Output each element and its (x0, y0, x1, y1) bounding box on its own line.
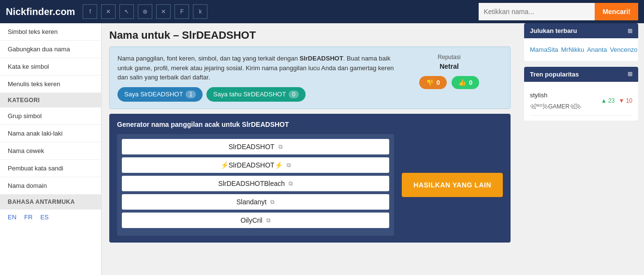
generated-name-3: SlrDEADSHOTBleach ⧉ (122, 176, 389, 191)
name-list-area: SlrDEADSHOT ⧉ ⚡SlrDEADSHOT⚡ ⧉ SlrDEADSHO… (117, 134, 394, 236)
latest-widget-header: Julukan terbaru ⊞ (524, 23, 638, 38)
vote-down-count: 0 (437, 79, 440, 86)
sidebar-lang-label: BAHASA ANTARMUKA (0, 195, 101, 209)
sidebar-item-kata[interactable]: Kata ke simbol (0, 58, 101, 76)
copy-icon-2[interactable]: ⧉ (287, 162, 291, 168)
tag-link[interactable]: MrNikku (561, 46, 585, 53)
sidebar-category-label: KATEGORI (0, 93, 101, 107)
lang-es[interactable]: ES (40, 214, 48, 221)
facebook-icon[interactable]: f (83, 4, 97, 19)
name-text-1: SlrDEADSHOT (229, 143, 275, 151)
sidebar-item-gabungkan[interactable]: Gabungkan dua nama (0, 41, 101, 58)
lang-en[interactable]: EN (8, 214, 16, 221)
fingerprint-icon[interactable]: ⊛ (138, 4, 152, 19)
vote-buttons: 👎 0 👍 0 (419, 76, 479, 89)
generated-name-1: SlrDEADSHOT ⧉ (122, 139, 389, 154)
info-text-part1: Nama panggilan, font keren, simbol, dan … (117, 55, 300, 62)
header: Nickfinder.com f ✕ ↖ ⊛ ✕ F k Mencari! (0, 0, 644, 23)
generated-name-4: Slandanyt ⧉ (122, 194, 389, 210)
latest-widget: Julukan terbaru ⊞ MamaSitaMrNikkuAnantaV… (524, 23, 638, 61)
sidebar-item-grup[interactable]: Grup simbol (0, 107, 101, 125)
x-icon[interactable]: ✕ (156, 4, 171, 19)
info-name: SlrDEADSHOT (300, 55, 343, 62)
cursor-icon[interactable]: ↖ (119, 4, 134, 19)
reputation-display: Reputasi Netral (438, 54, 460, 70)
vote-down-button[interactable]: 👎 0 (419, 76, 447, 89)
trend-widget-title: Tren popularitas (530, 71, 579, 78)
i-know-label: Saya tahu SlrDEADSHOT (213, 91, 286, 98)
trend-widget-icon: ⊞ (628, 71, 632, 77)
latest-widget-title: Julukan terbaru (530, 27, 577, 34)
generate-button[interactable]: HASILKAN YANG LAIN (402, 173, 503, 197)
generator-title: Generator nama panggilan acak untuk SlrD… (117, 121, 503, 128)
reputation-area: Reputasi Netral 👎 0 👍 0 (396, 54, 502, 89)
info-description: Nama panggilan, font keren, simbol, dan … (117, 54, 396, 102)
trend-item: stylish ꧁ᴵᴺᴰ꧂GAMER꧁꧂ ▲ 23 ▼ 10 (530, 87, 632, 116)
trend-widget-header: Tren popularitas ⊞ (524, 67, 638, 82)
trend-widget-body: stylish ꧁ᴵᴺᴰ꧂GAMER꧁꧂ ▲ 23 ▼ 10 (524, 82, 638, 121)
name-text-5: OilyCril (241, 216, 263, 224)
thumb-up-icon: 👍 (458, 79, 466, 86)
f-icon[interactable]: F (175, 4, 189, 19)
close-icon[interactable]: ✕ (101, 4, 116, 19)
trend-styled: ꧁ᴵᴺᴰ꧂GAMER꧁꧂ (530, 101, 581, 112)
sidebar-item-namaanak[interactable]: Nama anak laki-laki (0, 125, 101, 142)
sidebar-item-namacewek[interactable]: Nama cewek (0, 142, 101, 160)
name-text-3: SlrDEADSHOTBleach (218, 180, 285, 187)
count-down: ▼ 10 (618, 95, 632, 107)
copy-icon-4[interactable]: ⧉ (270, 199, 275, 205)
lang-fr[interactable]: FR (24, 214, 32, 221)
sidebar-item-menulis[interactable]: Menulis teks keren (0, 76, 101, 93)
i-am-count: 1 (186, 91, 196, 98)
i-am-label: Saya SlrDEADSHOT (124, 91, 183, 98)
thumb-down-icon: 👎 (426, 79, 434, 86)
name-text-2: ⚡SlrDEADSHOT⚡ (220, 161, 283, 169)
latest-widget-body: MamaSitaMrNikkuAnantaVencenzoGuild5Selfi… (524, 38, 638, 61)
reputation-label: Reputasi (438, 54, 460, 61)
i-know-count: 0 (289, 91, 299, 98)
latest-widget-icon: ⊞ (628, 28, 632, 34)
main-content: Nama untuk – SlrDEADSHOT Nama panggilan,… (102, 23, 518, 275)
tag-link[interactable]: MamaSita (530, 46, 558, 53)
reputation-value: Netral (439, 62, 459, 70)
copy-icon-5[interactable]: ⧉ (266, 217, 271, 224)
trend-widget: Tren popularitas ⊞ stylish ꧁ᴵᴺᴰ꧂GAMER꧁꧂ … (524, 67, 638, 121)
search-area: Mencari! (479, 3, 638, 20)
generated-name-2: ⚡SlrDEADSHOT⚡ ⧉ (122, 157, 389, 173)
trend-name: stylish (530, 90, 581, 102)
name-text-4: Slandanyt (236, 198, 266, 206)
search-button[interactable]: Mencari! (595, 3, 638, 20)
header-icons: f ✕ ↖ ⊛ ✕ F k (83, 4, 479, 19)
page-layout: Simbol teks keren Gabungkan dua nama Kat… (0, 23, 644, 275)
count-up: ▲ 23 (601, 95, 615, 107)
tag-link[interactable]: Vencenzo (610, 46, 637, 53)
language-switcher: EN FR ES (0, 209, 101, 225)
i-know-button[interactable]: Saya tahu SlrDEADSHOT 0 (206, 87, 306, 102)
generator-card: Generator nama panggilan acak untuk SlrD… (109, 114, 511, 243)
sidebar-item-domain[interactable]: Nama domain (0, 177, 101, 195)
sidebar-item-password[interactable]: Pembuat kata sandi (0, 160, 101, 177)
copy-icon-1[interactable]: ⧉ (278, 143, 283, 150)
generated-name-5: OilyCril ⧉ (122, 213, 389, 228)
trend-counts: ▲ 23 ▼ 10 (601, 95, 632, 107)
page-title: Nama untuk – SlrDEADSHOT (109, 29, 511, 42)
sidebar: Simbol teks keren Gabungkan dua nama Kat… (0, 23, 102, 275)
vote-up-button[interactable]: 👍 0 (452, 76, 479, 89)
k-icon[interactable]: k (193, 4, 207, 19)
search-input[interactable] (479, 3, 595, 20)
info-card: Nama panggilan, font keren, simbol, dan … (109, 46, 511, 109)
generator-layout: SlrDEADSHOT ⧉ ⚡SlrDEADSHOT⚡ ⧉ SlrDEADSHO… (117, 134, 503, 236)
right-sidebar: Julukan terbaru ⊞ MamaSitaMrNikkuAnantaV… (518, 23, 644, 275)
tag-link[interactable]: Ananta (587, 46, 607, 53)
vote-up-count: 0 (469, 79, 472, 86)
i-am-button[interactable]: Saya SlrDEADSHOT 1 (117, 87, 203, 102)
action-buttons: Saya SlrDEADSHOT 1 Saya tahu SlrDEADSHOT… (117, 87, 396, 102)
site-logo[interactable]: Nickfinder.com (6, 6, 75, 17)
copy-icon-3[interactable]: ⧉ (289, 180, 293, 187)
sidebar-item-simbol-teks[interactable]: Simbol teks keren (0, 23, 101, 41)
